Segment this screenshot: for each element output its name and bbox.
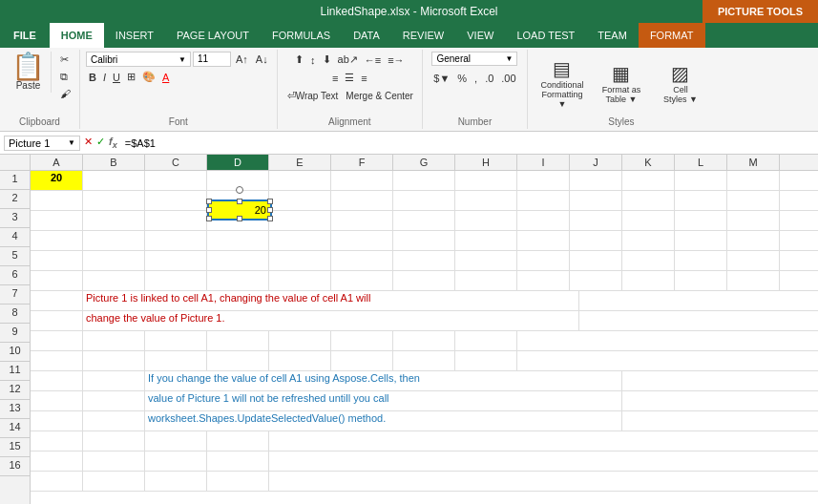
orientation-button[interactable]: ab↗ (335, 52, 361, 68)
cell-h3[interactable] (455, 211, 517, 230)
row-header-11[interactable]: 11 (0, 362, 30, 381)
col-header-h[interactable]: H (455, 155, 517, 170)
col-header-j[interactable]: J (570, 155, 622, 170)
cell-g3[interactable] (393, 211, 455, 230)
fill-color-button[interactable]: 🎨 (139, 69, 158, 85)
cell-i2[interactable] (517, 191, 570, 210)
col-header-d[interactable]: D (207, 155, 269, 170)
rotate-handle[interactable] (236, 186, 243, 194)
col-header-e[interactable]: E (269, 155, 331, 170)
handle-br[interactable] (267, 216, 273, 221)
cell-c2[interactable] (145, 191, 207, 210)
cell-c12[interactable]: value of Picture 1 will not be refreshed… (145, 391, 622, 410)
tab-page-layout[interactable]: PAGE LAYOUT (165, 23, 261, 48)
align-top-button[interactable]: ⬆ (292, 52, 306, 68)
cell-b2[interactable] (83, 191, 145, 210)
cell-c11[interactable]: If you change the value of cell A1 using… (145, 371, 622, 390)
cell-k1[interactable] (622, 171, 675, 190)
cell-f1[interactable] (331, 171, 393, 190)
handle-ml[interactable] (206, 207, 212, 213)
align-right-button[interactable]: ≡ (358, 70, 369, 86)
tab-view[interactable]: VIEW (455, 23, 505, 48)
cell-l1[interactable] (675, 171, 727, 190)
cell-c13[interactable]: worksheet.Shapes.UpdateSelectedValue() m… (145, 411, 622, 430)
row-header-7[interactable]: 7 (0, 285, 30, 304)
cell-b7[interactable]: Picture 1 is linked to cell A1, changing… (83, 291, 579, 310)
number-format-dropdown[interactable]: General ▼ (431, 52, 517, 66)
indent-increase-button[interactable]: ≡→ (385, 52, 407, 68)
row-header-4[interactable]: 4 (0, 228, 30, 247)
row-header-1[interactable]: 1 (0, 171, 30, 190)
font-size-dropdown[interactable]: 11 (193, 52, 231, 67)
handle-mr[interactable] (267, 207, 273, 213)
cell-b8[interactable]: change the value of Picture 1. (83, 311, 579, 330)
comma-button[interactable]: , (472, 71, 480, 86)
col-header-l[interactable]: L (675, 155, 727, 170)
row-header-5[interactable]: 5 (0, 247, 30, 266)
cell-a2[interactable] (31, 191, 83, 210)
tab-format[interactable]: FORMAT (639, 23, 705, 48)
percent-button[interactable]: % (454, 71, 470, 86)
tab-file[interactable]: FILE (0, 23, 50, 48)
cell-m3[interactable] (727, 211, 780, 230)
cell-k3[interactable] (622, 211, 675, 230)
cell-a4[interactable] (31, 231, 83, 250)
increase-font-button[interactable]: A↑ (233, 52, 251, 67)
row-header-12[interactable]: 12 (0, 381, 30, 400)
tab-load-test[interactable]: LOAD TEST (505, 23, 586, 48)
cell-i3[interactable] (517, 211, 570, 230)
align-bottom-button[interactable]: ⬇ (320, 52, 334, 68)
tab-team[interactable]: TEAM (586, 23, 639, 48)
cell-i1[interactable] (517, 171, 570, 190)
row-header-15[interactable]: 15 (0, 438, 30, 457)
italic-button[interactable]: I (100, 70, 109, 85)
row-header-9[interactable]: 9 (0, 324, 30, 343)
cell-l3[interactable] (675, 211, 727, 230)
increase-decimal-button[interactable]: .00 (498, 71, 518, 86)
cell-j2[interactable] (570, 191, 622, 210)
row-header-13[interactable]: 13 (0, 400, 30, 419)
cell-j3[interactable] (570, 211, 622, 230)
cell-j1[interactable] (570, 171, 622, 190)
handle-bl[interactable] (206, 216, 212, 221)
cell-b3[interactable] (83, 211, 145, 230)
cut-button[interactable]: ✂ (57, 52, 73, 68)
wrap-text-button[interactable]: ⏎ Wrap Text (283, 88, 343, 104)
handle-tl[interactable] (206, 199, 212, 204)
bold-button[interactable]: B (86, 70, 99, 85)
cell-e2[interactable] (269, 191, 331, 210)
format-painter-button[interactable]: 🖌 (57, 86, 73, 101)
font-name-dropdown[interactable]: Calibri ▼ (86, 52, 191, 67)
row-header-14[interactable]: 14 (0, 419, 30, 438)
conditional-formatting-button[interactable]: ▤ ConditionalFormatting ▼ (534, 55, 591, 111)
insert-function-icon[interactable]: fx (109, 136, 117, 150)
col-header-b[interactable]: B (83, 155, 145, 170)
cell-b1[interactable] (83, 171, 145, 190)
align-middle-button[interactable]: ↕ (307, 52, 319, 68)
decrease-decimal-button[interactable]: .0 (482, 71, 496, 86)
font-color-button[interactable]: A (159, 70, 172, 85)
border-button[interactable]: ⊞ (124, 69, 138, 85)
col-header-a[interactable]: A (31, 155, 83, 170)
cell-g1[interactable] (393, 171, 455, 190)
format-as-table-button[interactable]: ▦ Format asTable ▼ (593, 60, 650, 106)
currency-button[interactable]: $▼ (430, 71, 452, 86)
cell-a3[interactable] (31, 211, 83, 230)
paste-button[interactable]: 📋 Paste (6, 52, 52, 93)
row-header-2[interactable]: 2 (0, 190, 30, 209)
cell-m2[interactable] (727, 191, 780, 210)
indent-decrease-button[interactable]: ←≡ (362, 52, 384, 68)
tab-home[interactable]: HOME (50, 23, 104, 48)
row-header-16[interactable]: 16 (0, 457, 30, 476)
cell-h1[interactable] (455, 171, 517, 190)
linked-shape-picture1[interactable]: 20 (207, 200, 272, 220)
col-header-m[interactable]: M (727, 155, 780, 170)
cell-e1[interactable] (269, 171, 331, 190)
tab-review[interactable]: REVIEW (391, 23, 455, 48)
confirm-formula-icon[interactable]: ✓ (96, 136, 105, 150)
col-header-i[interactable]: I (517, 155, 570, 170)
merge-center-button[interactable]: Merge & Center (343, 88, 416, 104)
col-header-k[interactable]: K (622, 155, 675, 170)
cell-styles-button[interactable]: ▨ CellStyles ▼ (652, 60, 709, 106)
cell-l2[interactable] (675, 191, 727, 210)
